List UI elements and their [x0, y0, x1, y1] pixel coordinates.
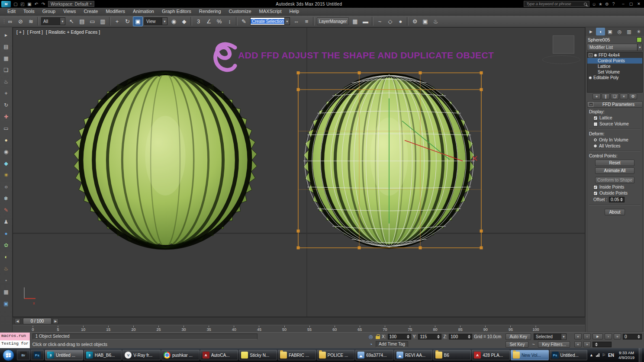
- spinner-icon[interactable]: [620, 198, 623, 202]
- transform-tool-icon[interactable]: +: [2, 89, 10, 98]
- bind-to-space-warp-icon[interactable]: ≋: [26, 16, 36, 26]
- configure-modifier-sets-button[interactable]: ⚙: [629, 93, 637, 99]
- half-sphere-tool-icon[interactable]: ◐: [2, 253, 10, 261]
- viewport-front[interactable]: x [ + ] [ Front ] [ Realistic + Edged Fa…: [13, 27, 585, 317]
- menu-edit[interactable]: Edit: [3, 8, 19, 15]
- stack-item-lattice[interactable]: Lattice: [587, 64, 642, 69]
- monitor-tool-icon[interactable]: ▣: [2, 299, 10, 308]
- start-button[interactable]: [3, 349, 14, 361]
- search-input[interactable]: Type a keyword or phrase: [524, 1, 589, 7]
- grid-tool-icon[interactable]: ▦: [2, 54, 10, 63]
- brush-tool-icon[interactable]: ✎: [2, 206, 10, 215]
- key-filters-button[interactable]: Key Filters...: [538, 341, 570, 348]
- set-key-button[interactable]: Set Key: [506, 341, 528, 348]
- schematic-view-icon[interactable]: ◇: [385, 16, 395, 26]
- lattice-tool-icon[interactable]: ▦: [2, 288, 10, 296]
- pin-stack-button[interactable]: ⌖: [592, 93, 601, 99]
- taskbar-item-hab-b6[interactable]: 3HAB_B6...: [84, 350, 122, 360]
- material-editor-icon[interactable]: ●: [396, 16, 406, 26]
- select-object-icon[interactable]: ↖: [67, 16, 77, 26]
- spinner-icon[interactable]: [638, 335, 640, 339]
- layer-manager-button[interactable]: LayerManager: [317, 17, 349, 25]
- mirror-icon[interactable]: ⇔: [291, 16, 301, 26]
- taskbar-item-pushkar[interactable]: pushkar ...: [161, 350, 200, 360]
- maximize-button[interactable]: ▢: [627, 1, 635, 7]
- offset-field[interactable]: 0.05: [609, 197, 625, 202]
- viewport-menu-shading[interactable]: [ Realistic + Edged Faces ]: [46, 29, 100, 35]
- named-selection-combo[interactable]: Create Selection Set▼: [250, 17, 290, 25]
- close-button[interactable]: ✕: [635, 1, 643, 7]
- menu-rendering[interactable]: Rendering: [195, 8, 225, 15]
- snowflake-tool-icon[interactable]: ❄: [2, 194, 10, 203]
- pinned-ps[interactable]: Ps: [31, 350, 44, 360]
- menu-modifiers[interactable]: Modifiers: [102, 8, 129, 15]
- pinned-br[interactable]: Br: [17, 350, 30, 360]
- lattice-checkbox[interactable]: Lattice: [589, 115, 641, 120]
- next-frame-button[interactable]: ›: [605, 333, 612, 340]
- max-app-button[interactable]: M: [1, 1, 11, 7]
- selection-region-icon[interactable]: ▭: [87, 16, 97, 26]
- taskbar-item-sticky-n[interactable]: Sticky N...: [239, 350, 277, 360]
- save-file-icon[interactable]: ▣: [26, 1, 33, 7]
- menu-animation[interactable]: Animation: [129, 8, 158, 15]
- next-key-button[interactable]: »: [583, 341, 591, 347]
- viewport-menu-pov[interactable]: [ Front ]: [27, 29, 43, 35]
- all-vertices-radio[interactable]: All Vertices: [589, 144, 641, 148]
- spinner-icon[interactable]: [595, 343, 610, 346]
- taskbar-item-autoca[interactable]: AAutoCA...: [200, 350, 238, 360]
- redo-icon[interactable]: ↷: [40, 1, 47, 7]
- goto-start-button[interactable]: «: [574, 333, 582, 340]
- source-volume-checkbox[interactable]: Source Volume: [589, 122, 641, 126]
- listener-macro-line[interactable]: macros.run: [0, 333, 30, 340]
- menu-create[interactable]: Create: [80, 8, 102, 15]
- select-and-rotate-icon[interactable]: ↻: [122, 16, 132, 26]
- goto-end-button[interactable]: »: [614, 333, 621, 340]
- viewport-menu-general[interactable]: [ + ]: [16, 29, 24, 35]
- menu-graph-editors[interactable]: Graph Editors: [158, 8, 195, 15]
- new-scene-icon[interactable]: ▢: [12, 1, 19, 7]
- only-in-volume-radio[interactable]: Only In Volume: [589, 138, 641, 142]
- modifier-list-dropdown[interactable]: Modifier List ▼: [587, 44, 643, 51]
- expand-icon[interactable]: −: [589, 53, 592, 57]
- modifier-visibility-icon[interactable]: [589, 76, 592, 80]
- time-configuration-field[interactable]: [592, 342, 612, 347]
- taskbar-item-fabric[interactable]: FABRIC ...: [278, 350, 316, 360]
- align-icon[interactable]: ≡: [302, 16, 312, 26]
- snap-toggle-icon[interactable]: 3: [193, 16, 203, 26]
- target-tool-icon[interactable]: ◉: [2, 147, 10, 156]
- utilities-tab[interactable]: ✳: [634, 28, 643, 35]
- timeline-prev-arrow[interactable]: ◀: [15, 318, 20, 324]
- add-time-tag-button[interactable]: Add Time Tag: [376, 341, 408, 347]
- display-tab[interactable]: ▥: [625, 28, 634, 35]
- taskbar-item-revi-aa[interactable]: REVI AA...: [394, 350, 432, 360]
- timeline-ruler[interactable]: 0510152025303540455055606570758085909510…: [13, 325, 585, 332]
- taskbar-item-untitled[interactable]: PsUntitled...: [550, 350, 588, 360]
- selection-filter-dropdown[interactable]: All▼: [41, 17, 65, 25]
- play-button[interactable]: ►: [592, 333, 603, 340]
- toolbar-handle[interactable]: ⋮: [2, 19, 5, 24]
- action-center-icon[interactable]: ⚐: [602, 353, 605, 357]
- key-filters-icon[interactable]: ~: [530, 342, 536, 347]
- track-bar[interactable]: ◀ 0 / 100 ▶: [13, 317, 585, 325]
- light-tool-icon[interactable]: ✳: [2, 171, 10, 179]
- taskbar-item-police[interactable]: POLICE ...: [317, 350, 355, 360]
- menu-tools[interactable]: Tools: [19, 8, 39, 15]
- layout-tool-icon[interactable]: ❏: [2, 66, 10, 74]
- inside-points-checkbox[interactable]: Inside Points: [589, 185, 641, 189]
- language-indicator[interactable]: EN: [608, 353, 614, 358]
- menu-maxscript[interactable]: MAXScript: [255, 8, 286, 15]
- taskbar-item-v-ray-fr[interactable]: VV-Ray fr...: [122, 350, 161, 360]
- isolate-selection-icon[interactable]: ◎: [368, 334, 374, 340]
- listener-script-line[interactable]: Testing for: [0, 340, 30, 348]
- window-crossing-icon[interactable]: ▥: [98, 16, 108, 26]
- scene-explorer-icon[interactable]: ▦: [350, 16, 360, 26]
- swatch-tool-icon[interactable]: ▪: [2, 276, 10, 285]
- menu-help[interactable]: Help: [286, 8, 303, 15]
- plant-tool-icon[interactable]: ✿: [2, 241, 10, 250]
- x-coordinate-field[interactable]: 100: [388, 334, 411, 340]
- stack-item-control-points[interactable]: Control Points: [587, 58, 642, 64]
- group-tool-icon[interactable]: ✚: [2, 112, 10, 121]
- reset-button[interactable]: Reset: [595, 160, 634, 166]
- z-coordinate-field[interactable]: 100: [449, 334, 472, 340]
- reference-coordinate-dropdown[interactable]: View▼: [144, 17, 167, 25]
